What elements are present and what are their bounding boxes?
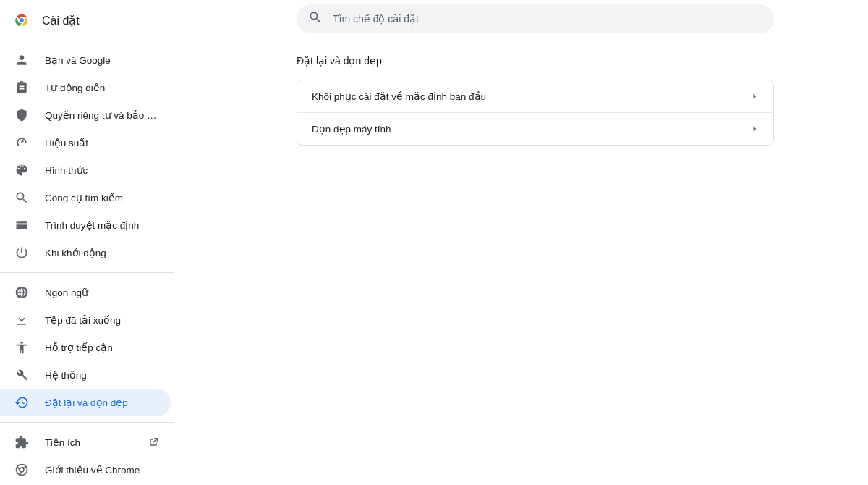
- sidebar-item-person[interactable]: Bạn và Google: [0, 46, 174, 74]
- open-external-icon: [148, 436, 159, 448]
- assignment-icon: [14, 80, 29, 95]
- page-title: Cài đặt: [42, 14, 80, 28]
- speed-icon: [14, 135, 29, 150]
- restore-icon: [14, 395, 29, 410]
- app-header: Cài đặt: [0, 0, 174, 41]
- sidebar-item-chrome[interactable]: Giới thiệu về Chrome: [0, 456, 174, 484]
- chrome-logo-icon: [14, 13, 29, 28]
- section-title: Đặt lại và dọn dẹp: [297, 55, 774, 67]
- sidebar-item-label: Giới thiệu về Chrome: [45, 464, 159, 476]
- settings-row[interactable]: Khôi phục cài đặt về mặc định ban đầu: [297, 80, 773, 112]
- sidebar-item-label: Bạn và Google: [45, 54, 159, 66]
- globe-icon: [14, 285, 29, 300]
- sidebar-nav: Bạn và GoogleTự động điềnQuyền riêng tư …: [0, 41, 174, 484]
- settings-row-label: Dọn dẹp máy tính: [312, 123, 391, 135]
- search-bar[interactable]: [297, 4, 774, 33]
- sidebar-item-accessibility[interactable]: Hỗ trợ tiếp cận: [0, 334, 174, 361]
- sidebar-item-download[interactable]: Tệp đã tải xuống: [0, 306, 174, 334]
- chevron-right-icon: [752, 124, 759, 135]
- nav-divider: [0, 272, 174, 273]
- sidebar-item-label: Trình duyệt mặc định: [45, 219, 159, 231]
- chrome-icon: [14, 463, 29, 477]
- settings-row-label: Khôi phục cài đặt về mặc định ban đầu: [312, 90, 486, 102]
- browser-icon: [14, 218, 29, 232]
- sidebar-item-wrench[interactable]: Hệ thống: [0, 361, 174, 389]
- sidebar-item-label: Đặt lại và dọn dẹp: [45, 397, 156, 408]
- sidebar-item-speed[interactable]: Hiệu suất: [0, 129, 174, 156]
- sidebar-item-palette[interactable]: Hình thức: [0, 156, 174, 184]
- sidebar-item-power[interactable]: Khi khởi động: [0, 239, 174, 266]
- sidebar-item-globe[interactable]: Ngôn ngữ: [0, 279, 174, 306]
- person-icon: [14, 53, 29, 67]
- sidebar-item-label: Hỗ trợ tiếp cận: [45, 342, 159, 353]
- settings-row[interactable]: Dọn dẹp máy tính: [297, 112, 773, 145]
- search-icon: [14, 190, 29, 205]
- sidebar-item-label: Tệp đã tải xuống: [45, 314, 159, 326]
- sidebar: Cài đặt Bạn và GoogleTự động điềnQuyền r…: [0, 0, 174, 485]
- sidebar-item-label: Hiệu suất: [45, 137, 159, 148]
- extension-icon: [14, 435, 29, 450]
- sidebar-item-label: Khi khởi động: [45, 247, 159, 258]
- search-input[interactable]: [333, 13, 762, 25]
- sidebar-item-shield[interactable]: Quyền riêng tư và bảo mật: [0, 101, 174, 129]
- content-area: Đặt lại và dọn dẹp Khôi phục cài đặt về …: [174, 0, 868, 485]
- sidebar-item-extension[interactable]: Tiện ích: [0, 429, 174, 456]
- sidebar-item-browser[interactable]: Trình duyệt mặc định: [0, 211, 174, 239]
- wrench-icon: [14, 368, 29, 382]
- nav-divider: [0, 422, 174, 423]
- search-icon: [308, 10, 323, 28]
- sidebar-item-label: Tiện ích: [45, 436, 126, 448]
- shield-icon: [14, 108, 29, 122]
- sidebar-item-label: Tự động điền: [45, 82, 159, 93]
- accessibility-icon: [14, 340, 29, 355]
- palette-icon: [14, 163, 29, 177]
- power-icon: [14, 245, 29, 260]
- sidebar-item-restore[interactable]: Đặt lại và dọn dẹp: [0, 389, 171, 416]
- sidebar-item-label: Công cụ tìm kiếm: [45, 192, 159, 203]
- download-icon: [14, 313, 29, 327]
- sidebar-item-label: Hệ thống: [45, 369, 159, 381]
- chevron-right-icon: [752, 91, 759, 102]
- sidebar-item-search[interactable]: Công cụ tìm kiếm: [0, 184, 174, 211]
- sidebar-item-label: Ngôn ngữ: [45, 287, 159, 298]
- sidebar-item-label: Quyền riêng tư và bảo mật: [45, 109, 159, 121]
- settings-card: Khôi phục cài đặt về mặc định ban đầuDọn…: [297, 80, 774, 146]
- sidebar-item-label: Hình thức: [45, 164, 159, 176]
- sidebar-item-assignment[interactable]: Tự động điền: [0, 74, 174, 101]
